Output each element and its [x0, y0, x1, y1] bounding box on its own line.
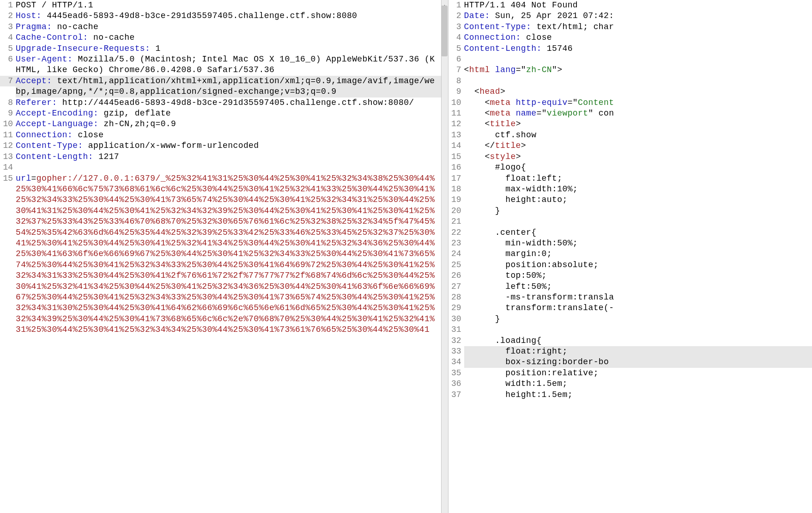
code-line[interactable]: 24 margin:0; [448, 249, 812, 259]
code-line[interactable]: 2Date: Sun, 25 Apr 2021 07:42: [448, 11, 812, 21]
response-pane[interactable]: 1HTTP/1.1 404 Not Found2Date: Sun, 25 Ap… [448, 0, 812, 513]
line-text[interactable]: .loading{ [464, 336, 812, 346]
line-text[interactable]: <html lang="zh-CN"> [464, 65, 812, 75]
code-line[interactable]: 33 float:right; [448, 346, 812, 357]
code-line[interactable]: 13 ctf.show [448, 130, 812, 140]
code-line[interactable]: 19 height:auto; [448, 195, 812, 205]
code-line[interactable]: 27 left:50%; [448, 281, 812, 292]
code-line[interactable]: 6User-Agent: Mozilla/5.0 (Macintosh; Int… [0, 54, 441, 76]
line-text[interactable]: Accept-Encoding: gzip, deflate [16, 108, 441, 119]
code-line[interactable]: 4Connection: close [448, 32, 812, 43]
code-line[interactable]: 25 position:absolute; [448, 260, 812, 270]
line-text[interactable]: max-width:10%; [464, 184, 812, 195]
code-line[interactable]: 13Content-Length: 1217 [0, 152, 441, 162]
line-text[interactable]: <head> [464, 86, 812, 97]
code-line[interactable]: 3Content-Type: text/html; char [448, 22, 812, 32]
pane-divider[interactable]: ▲ [441, 0, 448, 513]
code-line[interactable]: 3Pragma: no-cache [0, 22, 441, 32]
line-text[interactable]: Accept: text/html,application/xhtml+xml,… [16, 76, 441, 98]
code-line[interactable]: 9 <head> [448, 86, 812, 97]
code-line[interactable]: 7Accept: text/html,application/xhtml+xml… [0, 76, 441, 98]
code-line[interactable]: 21 [448, 216, 812, 227]
code-line[interactable]: 15 <style> [448, 152, 812, 162]
code-line[interactable]: 28 -ms-transform:transla [448, 292, 812, 303]
line-text[interactable]: position:relative; [464, 368, 812, 379]
line-text[interactable]: height:1.5em; [464, 390, 812, 400]
code-line[interactable]: 14 </title> [448, 140, 812, 151]
line-text[interactable]: margin:0; [464, 249, 812, 259]
line-text[interactable]: top:50%; [464, 270, 812, 281]
line-text[interactable]: POST / HTTP/1.1 [16, 0, 441, 11]
line-text[interactable]: box-sizing:border-bo [464, 357, 812, 367]
line-text[interactable]: height:auto; [464, 195, 812, 205]
code-line[interactable]: 5Upgrade-Insecure-Requests: 1 [0, 43, 441, 54]
line-text[interactable]: min-width:50%; [464, 238, 812, 249]
line-text[interactable]: } [464, 206, 812, 216]
line-text[interactable]: HTTP/1.1 404 Not Found [464, 0, 812, 11]
response-code[interactable]: 1HTTP/1.1 404 Not Found2Date: Sun, 25 Ap… [448, 0, 812, 400]
line-text[interactable]: Content-Type: application/x-www-form-url… [16, 140, 441, 151]
line-text[interactable]: <meta http-equiv="Content [464, 98, 812, 108]
code-line[interactable]: 1HTTP/1.1 404 Not Found [448, 0, 812, 11]
code-line[interactable]: 31 [448, 324, 812, 335]
request-pane[interactable]: 1POST / HTTP/1.12Host: 4445ead6-5893-49d… [0, 0, 441, 513]
code-line[interactable]: 4Cache-Control: no-cache [0, 32, 441, 43]
code-line[interactable]: 29 transform:translate(- [448, 303, 812, 313]
line-text[interactable]: Content-Length: 1217 [16, 152, 441, 162]
code-line[interactable]: 20 } [448, 206, 812, 216]
scrollbar-thumb[interactable] [441, 6, 448, 56]
code-line[interactable]: 14 [0, 162, 441, 173]
line-text[interactable]: Host: 4445ead6-5893-49d8-b3ce-291d355974… [16, 11, 441, 21]
code-line[interactable]: 7<html lang="zh-CN"> [448, 65, 812, 75]
line-text[interactable]: Upgrade-Insecure-Requests: 1 [16, 43, 441, 54]
line-text[interactable]: Pragma: no-cache [16, 22, 441, 32]
code-line[interactable]: 10Accept-Language: zh-CN,zh;q=0.9 [0, 119, 441, 129]
code-line[interactable]: 1POST / HTTP/1.1 [0, 0, 441, 11]
line-text[interactable]: <title> [464, 119, 812, 129]
line-text[interactable]: Cache-Control: no-cache [16, 32, 441, 43]
line-text[interactable]: float:right; [464, 346, 812, 357]
code-line[interactable]: 8Referer: http://4445ead6-5893-49d8-b3ce… [0, 98, 441, 108]
line-text[interactable]: position:absolute; [464, 260, 812, 270]
code-line[interactable]: 11 <meta name="viewport" con [448, 108, 812, 119]
code-line[interactable]: 17 float:left; [448, 173, 812, 184]
code-line[interactable]: 32 .loading{ [448, 336, 812, 346]
code-line[interactable]: 18 max-width:10%; [448, 184, 812, 195]
line-text[interactable]: .center{ [464, 227, 812, 238]
line-text[interactable]: Connection: close [464, 32, 812, 43]
code-line[interactable]: 8 [448, 76, 812, 86]
line-text[interactable]: Connection: close [16, 130, 441, 140]
code-line[interactable]: 35 position:relative; [448, 368, 812, 379]
line-text[interactable]: #logo{ [464, 162, 812, 173]
code-line[interactable]: 36 width:1.5em; [448, 379, 812, 389]
code-line[interactable]: 30 } [448, 314, 812, 324]
code-line[interactable]: 23 min-width:50%; [448, 238, 812, 249]
line-text[interactable]: url=gopher://127.0.0.1:6379/_%25%32%41%3… [16, 173, 441, 336]
line-text[interactable]: -ms-transform:transla [464, 292, 812, 303]
line-text[interactable]: Content-Length: 15746 [464, 43, 812, 54]
code-line[interactable]: 10 <meta http-equiv="Content [448, 98, 812, 108]
line-text[interactable]: <style> [464, 152, 812, 162]
code-line[interactable]: 12Content-Type: application/x-www-form-u… [0, 140, 441, 151]
code-line[interactable]: 2Host: 4445ead6-5893-49d8-b3ce-291d35597… [0, 11, 441, 21]
line-text[interactable]: </title> [464, 140, 812, 151]
code-line[interactable]: 16 #logo{ [448, 162, 812, 173]
code-line[interactable]: 37 height:1.5em; [448, 390, 812, 400]
code-line[interactable]: 22 .center{ [448, 227, 812, 238]
line-text[interactable]: Date: Sun, 25 Apr 2021 07:42: [464, 11, 812, 21]
code-line[interactable]: 26 top:50%; [448, 270, 812, 281]
code-line[interactable]: 11Connection: close [0, 130, 441, 140]
line-text[interactable]: width:1.5em; [464, 379, 812, 389]
code-line[interactable]: 9Accept-Encoding: gzip, deflate [0, 108, 441, 119]
line-text[interactable]: float:left; [464, 173, 812, 184]
code-line[interactable]: 15url=gopher://127.0.0.1:6379/_%25%32%41… [0, 173, 441, 336]
line-text[interactable]: Content-Type: text/html; char [464, 22, 812, 32]
code-line[interactable]: 34 box-sizing:border-bo [448, 357, 812, 367]
line-text[interactable]: <meta name="viewport" con [464, 108, 812, 119]
line-text[interactable]: ctf.show [464, 130, 812, 140]
line-text[interactable]: left:50%; [464, 281, 812, 292]
line-text[interactable]: Accept-Language: zh-CN,zh;q=0.9 [16, 119, 441, 129]
request-code[interactable]: 1POST / HTTP/1.12Host: 4445ead6-5893-49d… [0, 0, 441, 336]
line-text[interactable]: } [464, 314, 812, 324]
line-text[interactable]: Referer: http://4445ead6-5893-49d8-b3ce-… [16, 98, 441, 108]
